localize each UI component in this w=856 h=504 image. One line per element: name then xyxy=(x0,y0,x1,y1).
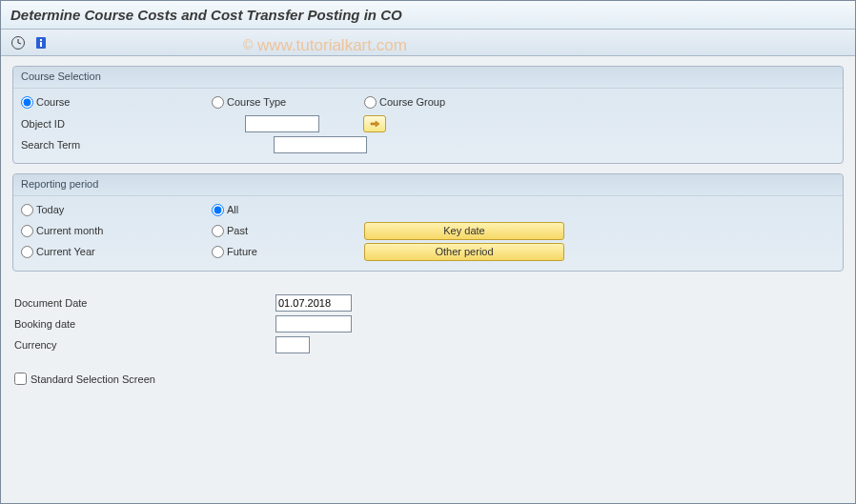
reporting-period-title: Reporting period xyxy=(13,174,843,196)
content-area: Course Selection Course Course Type xyxy=(1,56,855,503)
currency-label: Currency xyxy=(12,339,275,351)
standard-selection-checkbox[interactable] xyxy=(14,373,27,385)
course-selection-title: Course Selection xyxy=(13,67,843,89)
currency-input[interactable] xyxy=(275,336,310,353)
standard-selection-label: Standard Selection Screen xyxy=(31,373,155,385)
object-id-label: Object ID xyxy=(21,118,245,130)
info-icon[interactable] xyxy=(31,33,51,52)
booking-date-label: Booking date xyxy=(12,318,275,330)
toolbar xyxy=(1,30,855,56)
radio-all-input[interactable] xyxy=(212,204,224,216)
radio-past-label: Past xyxy=(227,225,248,236)
radio-course-group-label: Course Group xyxy=(379,96,445,108)
radio-today[interactable]: Today xyxy=(21,204,64,216)
radio-course-type-label: Course Type xyxy=(227,96,286,108)
search-term-input[interactable] xyxy=(274,136,367,153)
radio-past-input[interactable] xyxy=(212,225,224,237)
radio-course-type[interactable]: Course Type xyxy=(212,96,286,109)
svg-line-2 xyxy=(18,43,21,44)
radio-course-input[interactable] xyxy=(21,96,33,109)
execute-icon[interactable] xyxy=(9,33,28,52)
radio-future-label: Future xyxy=(227,246,257,257)
key-date-button[interactable]: Key date xyxy=(364,222,564,240)
main-window: Determine Course Costs and Cost Transfer… xyxy=(0,0,856,504)
radio-all-label: All xyxy=(227,204,238,215)
radio-current-year-label: Current Year xyxy=(36,246,95,257)
radio-current-year-input[interactable] xyxy=(21,246,33,258)
svg-rect-4 xyxy=(40,39,42,41)
svg-rect-5 xyxy=(40,42,42,47)
document-date-label: Document Date xyxy=(12,297,275,309)
radio-today-label: Today xyxy=(36,204,64,215)
page-title: Determine Course Costs and Cost Transfer… xyxy=(1,1,855,30)
reporting-period-group: Reporting period Today All xyxy=(12,173,844,272)
radio-future[interactable]: Future xyxy=(212,246,257,258)
document-date-input[interactable] xyxy=(275,294,352,312)
object-id-input[interactable] xyxy=(245,115,319,132)
radio-course-type-input[interactable] xyxy=(212,96,224,109)
radio-course-group-input[interactable] xyxy=(364,96,377,109)
date-fields-section: Document Date Booking date Currency xyxy=(12,289,844,359)
radio-future-input[interactable] xyxy=(212,246,224,258)
object-id-lookup-button[interactable] xyxy=(363,115,386,132)
radio-current-month-input[interactable] xyxy=(21,225,33,237)
radio-course-label: Course xyxy=(36,96,70,108)
arrow-right-icon xyxy=(369,119,380,129)
radio-past[interactable]: Past xyxy=(212,225,248,237)
radio-course[interactable]: Course xyxy=(21,96,70,109)
course-selection-group: Course Selection Course Course Type xyxy=(12,66,844,164)
radio-current-month[interactable]: Current month xyxy=(21,225,103,237)
booking-date-input[interactable] xyxy=(275,315,352,333)
search-term-label: Search Term xyxy=(21,139,274,151)
radio-current-month-label: Current month xyxy=(36,225,103,236)
other-period-button[interactable]: Other period xyxy=(364,243,564,261)
radio-course-group[interactable]: Course Group xyxy=(364,96,445,109)
radio-today-input[interactable] xyxy=(21,204,33,216)
radio-all[interactable]: All xyxy=(212,204,238,216)
radio-current-year[interactable]: Current Year xyxy=(21,246,95,258)
